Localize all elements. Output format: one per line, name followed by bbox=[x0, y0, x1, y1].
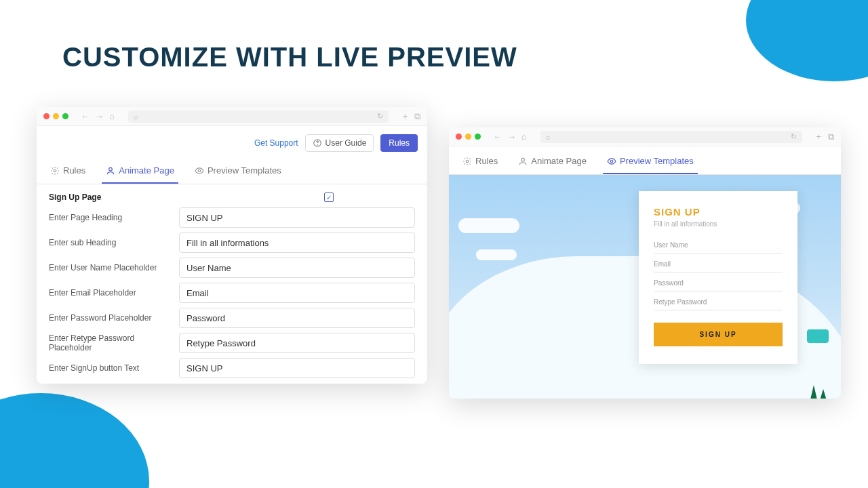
user-icon bbox=[518, 157, 528, 166]
label-email: Enter Email Placeholder bbox=[49, 288, 172, 298]
tab-preview[interactable]: Preview Templates bbox=[191, 159, 285, 184]
back-icon[interactable]: ← bbox=[81, 111, 90, 121]
home-icon[interactable]: ⌂ bbox=[109, 111, 115, 121]
input-button[interactable] bbox=[179, 358, 415, 378]
input-heading[interactable] bbox=[179, 207, 415, 228]
input-retype[interactable] bbox=[179, 333, 415, 353]
page-title: CUSTOMIZE WITH LIVE PREVIEW bbox=[62, 42, 517, 73]
browser-chrome: ← → ⌂ ⌕ ↻ + ⧉ bbox=[37, 107, 427, 126]
decorative-blob-top bbox=[746, 0, 868, 81]
help-icon bbox=[313, 138, 322, 148]
forward-icon[interactable]: → bbox=[95, 111, 104, 121]
tab-preview-label: Preview Templates bbox=[620, 156, 694, 166]
chrome-right: + ⧉ bbox=[816, 131, 834, 142]
section-title: Sign Up Page bbox=[49, 192, 101, 202]
tab-animate[interactable]: Animate Page bbox=[514, 149, 591, 174]
decorative-blob-bottom bbox=[0, 393, 149, 488]
tab-rules-label: Rules bbox=[475, 156, 498, 166]
label-button: Enter SignUp button Text bbox=[49, 363, 172, 373]
address-bar[interactable]: ⌕ ↻ bbox=[128, 110, 389, 123]
label-retype: Enter Retype Password Placeholder bbox=[49, 333, 172, 352]
input-email[interactable] bbox=[179, 283, 415, 303]
tabs-icon[interactable]: ⧉ bbox=[828, 131, 834, 142]
signup-card: SIGN UP Fill in all informations User Na… bbox=[639, 191, 797, 364]
svg-point-4 bbox=[198, 169, 201, 172]
row-subheading: Enter sub Heading bbox=[49, 232, 415, 253]
tab-bar: Rules Animate Page Preview Templates bbox=[449, 149, 841, 175]
forward-icon[interactable]: → bbox=[507, 131, 516, 142]
signup-subtitle: Fill in all informations bbox=[654, 220, 783, 228]
window-controls[interactable] bbox=[456, 134, 481, 140]
get-support-link[interactable]: Get Support bbox=[254, 138, 298, 148]
scooter-decor bbox=[807, 329, 829, 343]
tabs-icon[interactable]: ⧉ bbox=[414, 111, 420, 122]
search-icon: ⌕ bbox=[134, 113, 138, 121]
tab-preview-label: Preview Templates bbox=[208, 165, 281, 176]
input-password[interactable] bbox=[179, 308, 415, 328]
close-dot[interactable] bbox=[43, 113, 50, 119]
tab-animate-label: Animate Page bbox=[531, 156, 587, 166]
label-subheading: Enter sub Heading bbox=[49, 238, 172, 247]
signup-email-field[interactable]: Email bbox=[654, 253, 783, 272]
tab-animate[interactable]: Animate Page bbox=[102, 159, 178, 184]
home-icon[interactable]: ⌂ bbox=[521, 131, 527, 142]
label-password: Enter Password Placeholder bbox=[49, 313, 172, 323]
search-icon: ⌕ bbox=[546, 133, 551, 141]
maximize-dot[interactable] bbox=[475, 134, 481, 140]
nav-arrows: ← → ⌂ bbox=[493, 131, 527, 142]
signup-password-field[interactable]: Password bbox=[654, 272, 783, 291]
tab-bar: Rules Animate Page Preview Templates bbox=[37, 159, 427, 184]
address-bar[interactable]: ⌕ ↻ bbox=[540, 131, 803, 143]
tab-preview[interactable]: Preview Templates bbox=[603, 149, 698, 174]
row-username: Enter User Name Placeholder bbox=[49, 258, 415, 278]
cloud-decor bbox=[458, 218, 519, 233]
signup-button[interactable]: SIGN UP bbox=[654, 323, 783, 346]
signup-retype-field[interactable]: Retype Password bbox=[654, 291, 783, 310]
row-retype: Enter Retype Password Placeholder bbox=[49, 333, 415, 353]
svg-point-1 bbox=[317, 145, 317, 146]
gear-icon bbox=[462, 157, 472, 166]
window-controls[interactable] bbox=[43, 113, 68, 119]
new-tab-icon[interactable]: + bbox=[402, 111, 408, 122]
row-password: Enter Password Placeholder bbox=[49, 308, 415, 328]
label-heading: Enter Page Heading bbox=[49, 213, 172, 222]
minimize-dot[interactable] bbox=[53, 113, 59, 119]
new-tab-icon[interactable]: + bbox=[816, 131, 821, 142]
nav-arrows: ← → ⌂ bbox=[81, 111, 115, 121]
eye-icon bbox=[195, 166, 204, 176]
svg-point-6 bbox=[521, 158, 525, 161]
maximize-dot[interactable] bbox=[62, 113, 68, 119]
rules-button[interactable]: Rules bbox=[380, 134, 418, 152]
cloud-decor bbox=[476, 249, 517, 260]
preview-window: ← → ⌂ ⌕ ↻ + ⧉ Rules Animate Page Preview… bbox=[449, 127, 841, 399]
tab-animate-label: Animate Page bbox=[119, 165, 174, 176]
reload-icon[interactable]: ↻ bbox=[377, 112, 383, 121]
svg-point-2 bbox=[54, 169, 56, 172]
settings-window: ← → ⌂ ⌕ ↻ + ⧉ Get Support User Guide Rul… bbox=[37, 107, 427, 384]
reload-icon[interactable]: ↻ bbox=[791, 132, 797, 141]
tab-rules[interactable]: Rules bbox=[46, 159, 90, 184]
browser-chrome: ← → ⌂ ⌕ ↻ + ⧉ bbox=[449, 127, 841, 146]
label-username: Enter User Name Placeholder bbox=[49, 263, 172, 272]
app-header: Get Support User Guide Rules bbox=[37, 126, 427, 159]
user-guide-label: User Guide bbox=[326, 138, 367, 148]
signup-title: SIGN UP bbox=[654, 206, 783, 218]
input-username[interactable] bbox=[179, 258, 415, 278]
enable-checkbox[interactable]: ✓ bbox=[324, 192, 334, 202]
minimize-dot[interactable] bbox=[465, 134, 471, 140]
gear-icon bbox=[50, 166, 60, 176]
close-dot[interactable] bbox=[456, 134, 462, 140]
svg-point-5 bbox=[466, 160, 469, 163]
user-guide-button[interactable]: User Guide bbox=[305, 134, 374, 152]
input-subheading[interactable] bbox=[179, 232, 415, 253]
row-email: Enter Email Placeholder bbox=[49, 283, 415, 303]
preview-scene: SIGN UP Fill in all informations User Na… bbox=[449, 175, 841, 399]
svg-point-7 bbox=[610, 160, 613, 163]
tab-rules[interactable]: Rules bbox=[458, 149, 502, 174]
row-heading: Enter Page Heading bbox=[49, 207, 415, 228]
tab-rules-label: Rules bbox=[63, 165, 85, 176]
chrome-right: + ⧉ bbox=[402, 111, 420, 122]
back-icon[interactable]: ← bbox=[493, 131, 502, 142]
signup-username-field[interactable]: User Name bbox=[654, 235, 783, 253]
form-area: Sign Up Page ✓ Enter Page Heading Enter … bbox=[37, 184, 427, 384]
